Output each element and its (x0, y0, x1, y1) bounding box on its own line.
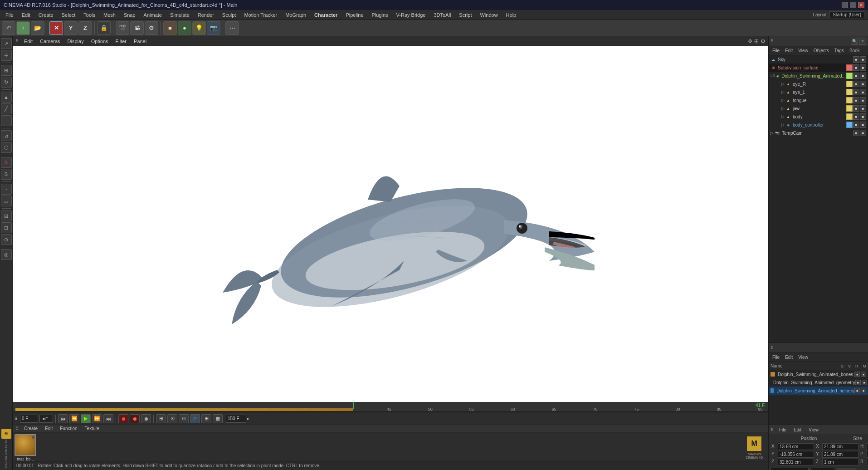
viewport-canvas[interactable] (13, 46, 768, 412)
menu-animate[interactable]: Animate (140, 11, 166, 19)
mat-thumbnail[interactable] (15, 434, 36, 456)
sky-vis1[interactable]: ■ (853, 56, 859, 63)
record-btn[interactable]: ⏺ (118, 414, 128, 423)
record-pos-btn[interactable]: ⏺ (130, 414, 140, 423)
window-controls[interactable]: _ □ ✕ (842, 2, 864, 8)
obj-cube-btn[interactable]: ■ (163, 21, 177, 35)
vp-menu-display[interactable]: Display (66, 38, 86, 45)
obj-row-eye-l[interactable]: ▷ ▲ eye_L ■ ■ (769, 88, 868, 96)
rotate-y-btn[interactable]: Y (64, 21, 78, 35)
pos-y-input[interactable] (778, 451, 814, 458)
mat-mgr-edit[interactable]: Edit (783, 354, 795, 361)
render-to-picture-btn[interactable]: 🎬 (116, 21, 129, 35)
eye-r-color[interactable] (846, 81, 853, 87)
vp-icon-expand[interactable]: ⊞ (754, 38, 759, 44)
menu-vray[interactable]: V-Ray Bridge (393, 11, 429, 19)
menu-mesh[interactable]: Mesh (100, 11, 119, 19)
measure-tool[interactable]: S (1, 169, 12, 180)
obj-search-icon[interactable]: 🔍 (851, 38, 858, 45)
mat-menu-function[interactable]: Function (58, 425, 79, 432)
edge-tool[interactable]: ╱ (1, 103, 12, 114)
render-view-btn[interactable]: 📽 (130, 21, 144, 35)
close-button[interactable]: ✕ (858, 2, 864, 8)
more-btn[interactable]: ⋯ (225, 21, 239, 35)
bodyctrl-color[interactable] (846, 122, 853, 128)
tongue-color[interactable] (846, 97, 853, 103)
menu-file[interactable]: File (2, 11, 17, 19)
mat-row-helpers[interactable]: Dolphin_Swimming_Animated_helpers ■ ■ (769, 387, 868, 395)
eye-l-color[interactable] (846, 89, 853, 95)
mirror-tool[interactable]: ⊡ (1, 222, 12, 233)
rotate-x-btn[interactable]: ✕ (49, 21, 63, 35)
tl-extra2[interactable]: ⊡ (167, 414, 177, 423)
paint-tool[interactable]: $ (1, 157, 12, 168)
body-color[interactable] (846, 113, 853, 120)
timeline-ruler[interactable]: 0 5 10 15 20 25 30 35 40 45 50 55 60 65 (13, 402, 768, 412)
obj-menu-objects[interactable]: Objects (812, 47, 831, 54)
menu-script[interactable]: Script (455, 11, 475, 19)
body-vis2[interactable]: ■ (860, 113, 866, 120)
undo-btn[interactable]: ↶ (2, 21, 15, 35)
obj-menu-view[interactable]: View (796, 47, 810, 54)
tl-extra3[interactable]: ⊙ (179, 414, 189, 423)
eye-r-vis1[interactable]: ■ (853, 81, 859, 87)
obj-filter-icon[interactable]: ≡ (859, 38, 866, 45)
vp-menu-filter[interactable]: Filter (114, 38, 128, 45)
record-rot-btn[interactable]: ⏺ (141, 414, 151, 423)
pos-z-input[interactable] (778, 459, 814, 465)
object-ref-select[interactable]: Object (Rel) Object (Abs) World (770, 468, 809, 470)
sub-vis2[interactable]: ■ (860, 64, 866, 71)
play-btn[interactable]: ▶ (81, 414, 91, 423)
obj-row-dolphin[interactable]: L0 ◈ Dolphin_Swimming_Animated... ■ ■ (769, 72, 868, 80)
playhead[interactable] (353, 402, 354, 409)
tl-extra4[interactable]: P (190, 414, 200, 423)
obj-row-sky[interactable]: ☁ Sky ■ ■ (769, 55, 868, 64)
obj-light-btn[interactable]: 💡 (192, 21, 206, 35)
obj-row-eye-r[interactable]: ▷ ▲ eye_R ■ ■ (769, 80, 868, 88)
apply-button[interactable]: Apply (837, 468, 856, 470)
select-tool[interactable]: ↗ (1, 38, 12, 49)
tl-timeline-view[interactable]: ▦ (213, 414, 223, 423)
attr-menu-edit[interactable]: Edit (792, 426, 803, 433)
poly-tool[interactable]: ▲ (1, 92, 12, 103)
tongue-vis2[interactable]: ■ (860, 97, 866, 103)
obj-cam-btn[interactable]: 📷 (207, 21, 220, 35)
sub-color[interactable] (846, 64, 853, 71)
mat-mgr-view[interactable]: View (796, 354, 810, 361)
sky-vis2[interactable]: ■ (860, 56, 866, 63)
menu-snap[interactable]: Snap (120, 11, 139, 19)
obj-row-tongue[interactable]: ▷ ▲ tongue ■ ■ (769, 96, 868, 104)
mat-thumbnail-container[interactable]: mat_bo... (15, 434, 36, 461)
frame-prev-input[interactable] (39, 415, 53, 423)
vp-menu-panel[interactable]: Panel (132, 38, 148, 45)
size-x-input[interactable] (822, 443, 858, 450)
scale-tool[interactable]: ⊞ (1, 65, 12, 76)
menu-simulate[interactable]: Simulate (166, 11, 193, 19)
size-z-input[interactable] (822, 459, 858, 465)
menu-character[interactable]: Character (311, 11, 341, 19)
sub-vis1[interactable]: ■ (853, 64, 859, 71)
eye-l-vis2[interactable]: ■ (860, 89, 866, 95)
obj-row-body-ctrl[interactable]: ▷ ◈ body_controller ■ ■ (769, 121, 868, 129)
jaw-vis2[interactable]: ■ (860, 105, 866, 112)
grid-tool[interactable]: ⊞ (1, 211, 12, 221)
menu-sculpt[interactable]: Sculpt (219, 11, 240, 19)
jaw-color[interactable] (846, 105, 853, 112)
lock-btn[interactable]: 🔒 (97, 21, 111, 35)
bodyctrl-vis1[interactable]: ■ (853, 122, 859, 128)
tl-extra5[interactable]: ⊞ (201, 414, 211, 423)
move-tool[interactable]: ✛ (1, 50, 12, 61)
body-vis1[interactable]: ■ (853, 113, 859, 120)
menu-tools[interactable]: Tools (80, 11, 99, 19)
obj-sphere-btn[interactable]: ● (178, 21, 191, 35)
jaw-vis1[interactable]: ■ (853, 105, 859, 112)
menu-pipeline[interactable]: Pipeline (342, 11, 367, 19)
tempcam-vis2[interactable]: ■ (860, 130, 866, 136)
next-frame-btn[interactable]: ⏩ (92, 414, 102, 423)
tl-extra1[interactable]: ⊞ (156, 414, 166, 423)
prev-frame-btn[interactable]: ⏪ (69, 414, 79, 423)
layout-value[interactable]: Startup (User) (829, 11, 864, 18)
helpers-icon2[interactable]: ■ (861, 388, 866, 393)
mat-menu-edit[interactable]: Edit (43, 425, 54, 432)
tongue-vis1[interactable]: ■ (853, 97, 859, 103)
